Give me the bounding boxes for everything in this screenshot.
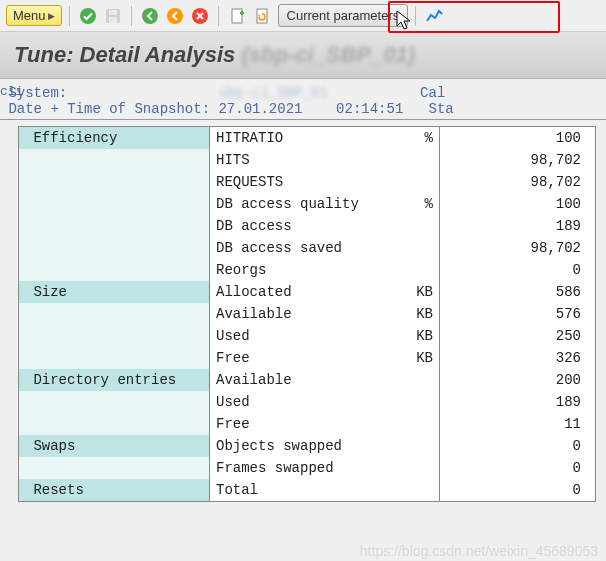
category-cell — [19, 193, 210, 215]
value-cell: 250 — [440, 325, 596, 347]
unit-cell — [397, 171, 440, 193]
cli-label: cli — [0, 84, 23, 99]
metric-cell: REQUESTS — [210, 171, 398, 193]
table-row: AvailableKB576 — [19, 303, 595, 325]
unit-cell — [397, 479, 440, 501]
table-row: Directory entriesAvailable200 — [19, 369, 595, 391]
separator — [69, 6, 70, 26]
value-cell: 189 — [440, 215, 596, 237]
unit-cell: KB — [397, 347, 440, 369]
value-cell: 0 — [440, 259, 596, 281]
value-cell: 98,702 — [440, 237, 596, 259]
metric-cell: DB access saved — [210, 237, 398, 259]
table-row: UsedKB250 — [19, 325, 595, 347]
table-row: DB access189 — [19, 215, 595, 237]
table-row: SizeAllocatedKB586 — [19, 281, 595, 303]
separator — [415, 6, 416, 26]
category-cell — [19, 149, 210, 171]
table-row: SwapsObjects swapped0 — [19, 435, 595, 457]
table-row: Reorgs0 — [19, 259, 595, 281]
refresh-doc-icon[interactable] — [251, 5, 273, 27]
info-block: System: sbp-ci_SBP_01 Cal Date + Time of… — [0, 79, 606, 120]
category-cell — [19, 171, 210, 193]
chart-icon[interactable] — [423, 5, 445, 27]
time-value: 02:14:51 — [336, 101, 403, 117]
value-cell: 11 — [440, 413, 596, 435]
metric-cell: Total — [210, 479, 398, 501]
metric-cell: HITS — [210, 149, 398, 171]
category-cell — [19, 391, 210, 413]
separator — [218, 6, 219, 26]
value-cell: 100 — [440, 127, 596, 149]
check-icon[interactable] — [77, 5, 99, 27]
exit-icon[interactable] — [164, 5, 186, 27]
value-cell: 200 — [440, 369, 596, 391]
table-row: EfficiencyHITRATIO%100 — [19, 127, 595, 149]
table-row: Used189 — [19, 391, 595, 413]
metric-cell: Used — [210, 391, 398, 413]
unit-cell — [397, 237, 440, 259]
value-cell: 0 — [440, 457, 596, 479]
watermark: https://blog.csdn.net/weixin_45689053 — [360, 543, 598, 559]
highlight-annotation — [388, 1, 560, 33]
value-cell: 98,702 — [440, 149, 596, 171]
category-cell — [19, 259, 210, 281]
menu-button[interactable]: Menu ▶ — [6, 5, 62, 26]
cancel-icon[interactable] — [189, 5, 211, 27]
unit-cell — [397, 391, 440, 413]
save-icon[interactable] — [102, 5, 124, 27]
svg-point-0 — [80, 8, 96, 24]
category-cell — [19, 303, 210, 325]
category-cell — [19, 457, 210, 479]
category-cell — [19, 215, 210, 237]
value-cell: 0 — [440, 479, 596, 501]
unit-cell: KB — [397, 303, 440, 325]
svg-rect-3 — [109, 17, 117, 23]
value-cell: 100 — [440, 193, 596, 215]
unit-cell — [397, 435, 440, 457]
unit-cell: % — [397, 193, 440, 215]
table-row: REQUESTS98,702 — [19, 171, 595, 193]
back-icon[interactable] — [139, 5, 161, 27]
metric-cell: DB access — [210, 215, 398, 237]
unit-cell — [397, 149, 440, 171]
category-cell: Swaps — [19, 435, 210, 457]
unit-cell: KB — [397, 281, 440, 303]
metric-cell: Objects swapped — [210, 435, 398, 457]
unit-cell — [397, 215, 440, 237]
separator — [131, 6, 132, 26]
value-cell: 98,702 — [440, 171, 596, 193]
category-cell — [19, 237, 210, 259]
menu-label: Menu — [13, 8, 46, 23]
unit-cell — [397, 457, 440, 479]
value-cell: 586 — [440, 281, 596, 303]
current-parameters-label: Current parameters — [287, 8, 400, 23]
cal-partial: Cal — [420, 85, 445, 101]
svg-point-5 — [167, 8, 183, 24]
metric-cell: Free — [210, 413, 398, 435]
date-value: 27.01.2021 — [218, 101, 302, 117]
title-blurred: (sbp-ci_SBP_01) — [241, 42, 415, 67]
title-bar: Tune: Detail Analysis (sbp-ci_SBP_01) — [0, 32, 606, 79]
value-cell: 326 — [440, 347, 596, 369]
new-doc-icon[interactable] — [226, 5, 248, 27]
metric-cell: Used — [210, 325, 398, 347]
metric-cell: Reorgs — [210, 259, 398, 281]
svg-rect-2 — [109, 10, 117, 15]
page-title: Tune: Detail Analysis (sbp-ci_SBP_01) — [14, 42, 415, 67]
table-row: DB access saved98,702 — [19, 237, 595, 259]
data-table: EfficiencyHITRATIO%100 HITS98,702 REQUES… — [19, 127, 595, 501]
data-table-wrap: EfficiencyHITRATIO%100 HITS98,702 REQUES… — [18, 126, 596, 502]
current-parameters-button[interactable]: Current parameters — [278, 4, 409, 27]
table-row: Free11 — [19, 413, 595, 435]
date-label: Date + Time of Snapshot: — [8, 101, 210, 117]
category-cell: Directory entries — [19, 369, 210, 391]
value-cell: 0 — [440, 435, 596, 457]
category-cell — [19, 413, 210, 435]
unit-cell: % — [397, 127, 440, 149]
toolbar: Menu ▶ Current parameters — [0, 0, 606, 32]
category-cell: Resets — [19, 479, 210, 501]
table-row: ResetsTotal0 — [19, 479, 595, 501]
value-cell: 189 — [440, 391, 596, 413]
category-cell: Efficiency — [19, 127, 210, 149]
